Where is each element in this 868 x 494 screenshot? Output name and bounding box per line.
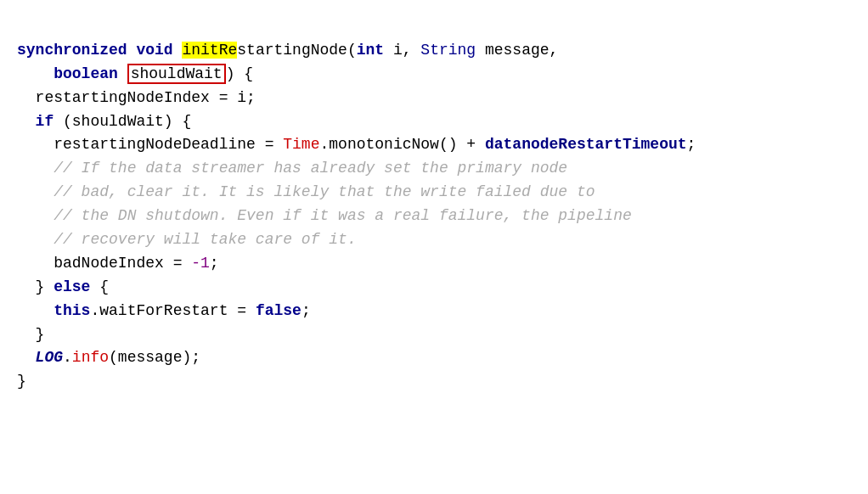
line-9: // recovery will take care of it.	[17, 231, 357, 248]
line-1: synchronized void initRestartingNode(int…	[17, 42, 558, 59]
line-3: restartingNodeIndex = i;	[17, 89, 256, 106]
line-10: badNodeIndex = -1;	[17, 255, 219, 272]
line-2: boolean shouldWait) {	[17, 64, 253, 84]
line-12: this.waitForRestart = false;	[17, 302, 311, 319]
line-11: } else {	[17, 278, 109, 295]
line-14: LOG.info(message);	[17, 349, 200, 366]
line-8: // the DN shutdown. Even if it was a rea…	[17, 207, 632, 224]
line-13: }	[17, 326, 44, 343]
line-7: // bad, clear it. It is likely that the …	[17, 183, 595, 200]
line-5: restartingNodeDeadline = Time.monotonicN…	[17, 136, 696, 153]
code-viewer: synchronized void initRestartingNode(int…	[17, 15, 851, 394]
line-15: }	[17, 373, 26, 390]
line-4: if (shouldWait) {	[17, 113, 191, 130]
line-6: // If the data streamer has already set …	[17, 160, 567, 177]
